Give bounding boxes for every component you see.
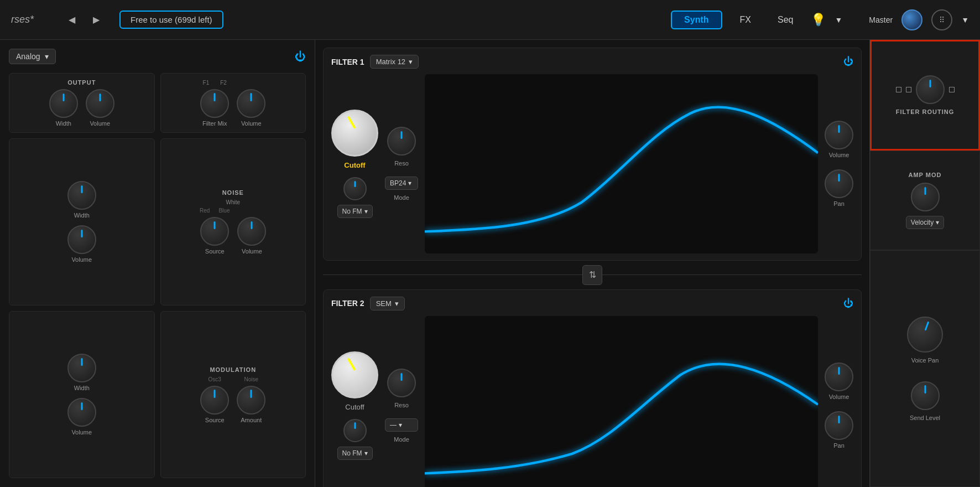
power-button[interactable]: ⏻ xyxy=(295,50,306,63)
prev-button[interactable]: ◀ xyxy=(64,12,80,28)
synth-tab[interactable]: Synth xyxy=(671,11,722,29)
noise-volume-knob[interactable] xyxy=(67,225,96,254)
output-volume-knob[interactable] xyxy=(86,89,114,118)
filter2-cutoff-knob[interactable] xyxy=(331,351,378,398)
master-label: Master xyxy=(869,15,893,24)
output-vol2-knob[interactable] xyxy=(237,89,265,118)
filter2-header: FILTER 2 SEM ▾ ⏻ xyxy=(331,297,853,310)
mod-volume-knob[interactable] xyxy=(67,398,96,427)
filter1-vol-pan: Volume Pan xyxy=(825,121,853,207)
seq-tab[interactable]: Seq xyxy=(769,12,802,28)
filter1-body: Cutoff No FM ▾ Reso BP24 ▾ Mode xyxy=(331,74,853,253)
output-vol2-label: Volume xyxy=(241,120,262,127)
filter2-type-dropdown[interactable]: SEM ▾ xyxy=(370,297,405,310)
filter2-title: FILTER 2 xyxy=(331,299,364,308)
filter2-cutoff-label: Cutoff xyxy=(345,403,364,411)
filter1-reso-label: Reso xyxy=(394,160,409,167)
filter2-fm-dropdown[interactable]: No FM ▾ xyxy=(337,447,373,460)
left-panel: Analog ▾ ⏻ OUTPUT Width Volume xyxy=(0,40,315,487)
filter1-power-button[interactable]: ⏻ xyxy=(843,56,853,68)
output-vol2-group: Volume xyxy=(237,89,265,127)
middle-panel: FILTER 1 Matrix 12 ▾ ⏻ Cutoff No FM ▾ xyxy=(315,40,869,487)
mod-source-group: Osc3 Source xyxy=(200,376,229,423)
voice-pan-knob[interactable] xyxy=(907,317,943,353)
noise-source-row: Red Blue Source Volume xyxy=(200,208,266,255)
filter-mix-knob[interactable] xyxy=(200,89,229,118)
filter2-mode-dropdown[interactable]: — ▾ xyxy=(385,418,418,432)
noise-width-label: Width xyxy=(74,212,90,219)
routing-square-1 xyxy=(896,87,901,92)
filter1-mode-label: Mode xyxy=(394,194,409,201)
master-knob[interactable] xyxy=(901,9,922,30)
filter-routing-knob[interactable] xyxy=(916,75,945,104)
mod-amount-label: Amount xyxy=(241,417,262,423)
output-width-knob[interactable] xyxy=(49,89,78,118)
left-panel-header: Analog ▾ ⏻ xyxy=(9,49,306,64)
modulation-row: Width Volume MODULATION Osc3 Source xyxy=(9,311,306,478)
mod-width-knob[interactable] xyxy=(67,354,96,382)
filter2-body: Cutoff No FM ▾ Reso — ▾ Mode xyxy=(331,316,853,487)
output-width-label: Width xyxy=(56,120,71,127)
filter-mix-group: F1 F2 Filter Mix xyxy=(200,80,229,127)
filter2-reso-col: Reso — ▾ Mode xyxy=(385,369,418,443)
app-title: rses* xyxy=(11,14,55,25)
filter2-sub-knob[interactable] xyxy=(343,419,367,442)
output-volume-group: Volume xyxy=(86,89,114,127)
filter1-volume-label: Volume xyxy=(829,152,849,158)
filter2-volume-knob[interactable] xyxy=(825,362,853,391)
noise-volume-label: Volume xyxy=(71,256,92,263)
noise-source-group: Red Blue Source xyxy=(200,208,230,255)
routing-square-2 xyxy=(906,87,911,92)
noise-width-knob[interactable] xyxy=(67,181,96,210)
mod-source-knob[interactable] xyxy=(200,386,229,415)
filter1-fm-dropdown[interactable]: No FM ▾ xyxy=(337,205,373,218)
top-bar: rses* ◀ ▶ Free to use (699d left) Synth … xyxy=(0,0,980,40)
filter2-volume-label: Volume xyxy=(829,393,849,400)
filter1-volume-knob[interactable] xyxy=(825,121,853,149)
noise-width-group: Width xyxy=(67,181,96,219)
filter-mix-row: F1 F2 Filter Mix Volume xyxy=(200,80,265,127)
next-button[interactable]: ▶ xyxy=(88,12,104,28)
light-dropdown-arrow[interactable]: ▼ xyxy=(835,15,842,24)
send-level-label: Send Level xyxy=(910,415,940,421)
output-title: OUTPUT xyxy=(67,79,96,86)
filter1-cutoff-label: Cutoff xyxy=(344,161,365,169)
mod-amount-knob[interactable] xyxy=(237,386,265,415)
send-level-knob[interactable] xyxy=(911,381,940,410)
filter2-reso-knob[interactable] xyxy=(387,369,416,397)
output-right-box: F1 F2 Filter Mix Volume xyxy=(160,73,306,133)
mod-right-box: MODULATION Osc3 Source Noise Amount xyxy=(160,311,306,478)
filter2-power-button[interactable]: ⏻ xyxy=(843,298,853,309)
noise-source-label: Source xyxy=(205,248,225,255)
noise-mod-row: Width Volume NOISE White Red Blue xyxy=(9,138,306,305)
preset-dropdown[interactable]: Analog ▾ xyxy=(9,49,56,64)
noise-source-knob[interactable] xyxy=(200,217,229,246)
swap-button[interactable]: ⇅ xyxy=(582,265,602,285)
filter1-section: FILTER 1 Matrix 12 ▾ ⏻ Cutoff No FM ▾ xyxy=(323,48,862,261)
noise-vol2-label: Volume xyxy=(242,248,262,255)
fx-tab[interactable]: FX xyxy=(731,12,760,28)
filter1-type-dropdown[interactable]: Matrix 12 ▾ xyxy=(370,55,419,69)
filter2-pan-knob[interactable] xyxy=(825,411,853,440)
mod-volume-label: Volume xyxy=(71,429,92,436)
filter-routing-icons xyxy=(896,75,955,104)
filter1-mode-dropdown[interactable]: BP24 ▾ xyxy=(385,177,418,190)
voice-pan-box: Voice Pan Send Level xyxy=(870,250,980,487)
amp-mod-knob[interactable] xyxy=(911,183,940,211)
filter1-cutoff-knob[interactable] xyxy=(331,110,378,157)
filter1-graph xyxy=(425,74,818,253)
settings-icon[interactable]: ⠿ xyxy=(931,9,952,30)
noise-right-box: NOISE White Red Blue Source Volume xyxy=(160,138,306,305)
filter-mix-label: Filter Mix xyxy=(202,120,227,127)
light-icon[interactable]: 💡 xyxy=(811,13,826,27)
output-left-box: OUTPUT Width Volume xyxy=(9,73,155,133)
master-dropdown-arrow[interactable]: ▼ xyxy=(961,15,969,24)
filter1-sub-knob[interactable] xyxy=(343,177,367,200)
free-to-use-button[interactable]: Free to use (699d left) xyxy=(119,11,223,29)
filter1-pan-knob[interactable] xyxy=(825,169,853,198)
filter1-reso-knob[interactable] xyxy=(387,127,416,156)
noise-left-box: Width Volume xyxy=(9,138,155,305)
noise-vol2-knob[interactable] xyxy=(237,217,266,246)
amp-mod-velocity-dropdown[interactable]: Velocity ▾ xyxy=(906,216,944,229)
mod-left-box: Width Volume xyxy=(9,311,155,478)
